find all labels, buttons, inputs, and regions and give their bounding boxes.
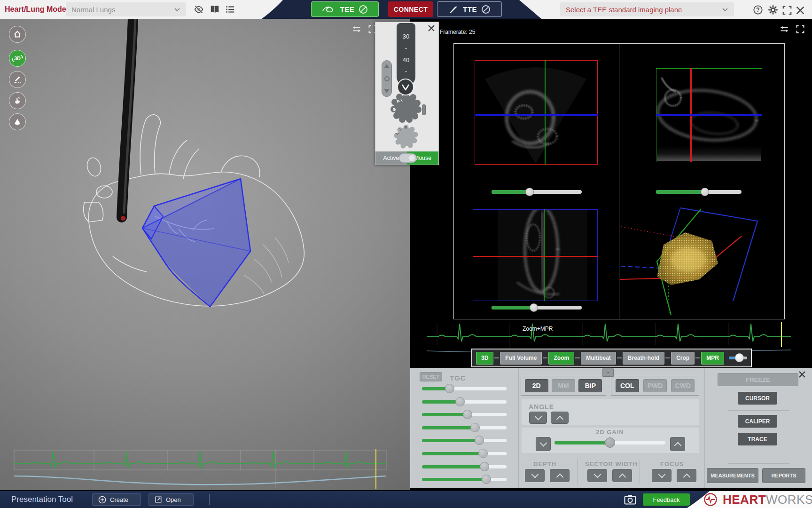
hand-tool-button[interactable] bbox=[9, 92, 26, 109]
imaging-plane-dropdown[interactable]: Select a TEE standard imaging plane bbox=[560, 2, 734, 16]
connect-button[interactable]: CONNECT bbox=[388, 1, 433, 17]
tgc-slider-4[interactable] bbox=[422, 426, 507, 429]
tgc-slider-2[interactable] bbox=[422, 400, 507, 404]
focus-decrease-button[interactable] bbox=[652, 469, 671, 482]
sector-decrease-button[interactable] bbox=[587, 469, 607, 482]
panel-seam bbox=[704, 368, 705, 489]
tgc-reset-button[interactable]: RESET bbox=[420, 372, 442, 381]
sector-increase-button[interactable] bbox=[612, 469, 632, 482]
focus-increase-button[interactable] bbox=[677, 469, 696, 482]
heartworks-logo-text: HEARTWORKS bbox=[723, 491, 812, 508]
close-app-icon[interactable] bbox=[795, 5, 805, 16]
acquisition-mode-full-volume[interactable]: Full Volume bbox=[500, 352, 542, 365]
tgc-slider-3[interactable] bbox=[422, 413, 507, 416]
imaging-plane-placeholder: Select a TEE standard imaging plane bbox=[566, 6, 682, 14]
crosshair-green-vertical[interactable] bbox=[545, 60, 546, 165]
imaging-mode-mm[interactable]: MM bbox=[552, 379, 575, 392]
section-divider bbox=[640, 460, 640, 484]
mpr-quad-blue-plane[interactable] bbox=[473, 209, 598, 301]
tgc-slider-7[interactable] bbox=[422, 465, 507, 468]
lung-model-dropdown[interactable]: Normal Lungs bbox=[66, 2, 186, 16]
mpr-slider-top-right[interactable] bbox=[656, 190, 742, 194]
gain-increase-button[interactable] bbox=[670, 437, 685, 451]
imaging-mode-2d[interactable]: 2D bbox=[525, 379, 548, 392]
swap-view-icon[interactable] bbox=[351, 24, 362, 34]
reports-button[interactable]: REPORTS bbox=[762, 468, 805, 483]
close-control-panel-icon[interactable] bbox=[798, 370, 806, 379]
mode-connector-dash bbox=[695, 357, 700, 358]
logo-heart: HEART bbox=[723, 492, 766, 507]
depth-tick-2: - bbox=[397, 68, 415, 74]
swap-view-icon[interactable] bbox=[779, 24, 789, 34]
crosshair-green-vertical-2[interactable] bbox=[544, 209, 545, 301]
home-icon bbox=[13, 30, 22, 39]
caliper-button[interactable]: CALIPER bbox=[738, 415, 777, 428]
acquisition-mode-breath-hold[interactable]: Breath-hold bbox=[623, 352, 664, 365]
cursor-button[interactable]: CURSOR bbox=[738, 392, 777, 405]
home-button[interactable] bbox=[9, 26, 26, 43]
mode-connector-dash bbox=[665, 357, 670, 358]
acquisition-mode-3d[interactable]: 3D bbox=[476, 352, 493, 365]
trace-button[interactable]: TRACE bbox=[738, 433, 777, 445]
panel-minimize-tab[interactable]: - bbox=[602, 368, 614, 377]
rotate-3d-button[interactable]: 3D bbox=[9, 50, 26, 67]
fullscreen-view-icon[interactable] bbox=[795, 24, 805, 34]
chevron-down-icon bbox=[174, 8, 180, 12]
doppler-mode-col[interactable]: COL bbox=[616, 379, 639, 392]
bottom-bar: Presentation Tool Create Open Feedback bbox=[0, 491, 812, 508]
angle-decrease-button[interactable] bbox=[529, 412, 547, 424]
depth-decrease-button[interactable] bbox=[525, 469, 545, 482]
imaging-mode-bip[interactable]: BiP bbox=[578, 379, 602, 392]
knob-side-handle[interactable] bbox=[422, 104, 426, 115]
tte-mode-button[interactable]: TTE bbox=[437, 1, 502, 17]
acquisition-mode-zoom[interactable]: Zoom bbox=[548, 352, 574, 365]
crosshair-blue-horizontal-2[interactable] bbox=[656, 114, 762, 116]
toggle-pill[interactable] bbox=[399, 153, 417, 163]
create-button[interactable]: Create bbox=[92, 493, 141, 506]
model-label: Heart/Lung Model bbox=[5, 0, 68, 19]
rotate-knob-small[interactable]: L I R bbox=[393, 125, 419, 149]
viewport-corner-tools bbox=[351, 24, 378, 34]
measurements-button[interactable]: MEASUREMENTS bbox=[707, 468, 758, 483]
freeze-button[interactable]: FREEZE bbox=[718, 373, 798, 386]
doppler-mode-pwd[interactable]: PWD bbox=[643, 379, 667, 392]
acquisition-mode-mpr[interactable]: MPR bbox=[701, 352, 724, 365]
settings-gear-icon[interactable] bbox=[768, 5, 778, 15]
gain-decrease-button[interactable] bbox=[536, 437, 551, 451]
list-icon[interactable] bbox=[225, 4, 235, 15]
mpr-slider-bottom-left[interactable] bbox=[492, 306, 582, 310]
acquisition-mode-crop[interactable]: Crop bbox=[671, 352, 695, 365]
tee-probe-icon bbox=[322, 5, 336, 14]
screenshot-camera-icon[interactable] bbox=[624, 494, 636, 505]
tgc-slider-1[interactable] bbox=[422, 387, 507, 390]
acquisition-mode-multibeat[interactable]: Multibeat bbox=[581, 352, 616, 365]
close-probe-panel-icon[interactable] bbox=[427, 24, 436, 32]
flex-knob-large[interactable]: A R bbox=[390, 92, 422, 124]
heart-3d-viewport[interactable] bbox=[0, 19, 410, 490]
crosshair-red-horizontal[interactable] bbox=[473, 256, 598, 257]
acquisition-speed-slider[interactable] bbox=[729, 357, 747, 359]
tgc-slider-6[interactable] bbox=[422, 452, 507, 455]
panel-seam bbox=[518, 368, 519, 489]
active-mouse-toggle[interactable]: Active Mouse bbox=[375, 151, 438, 165]
sector-volume-button[interactable] bbox=[9, 113, 26, 130]
probe-depth-shaft[interactable]: 30 - 40 - bbox=[397, 23, 415, 86]
mpr-quad-red-plane[interactable] bbox=[475, 60, 598, 165]
gain-slider[interactable] bbox=[554, 441, 665, 444]
tgc-slider-8[interactable] bbox=[422, 478, 507, 481]
probe-tip-control[interactable] bbox=[397, 79, 414, 95]
angle-increase-button[interactable] bbox=[551, 412, 569, 424]
mpr-slider-top-left[interactable] bbox=[492, 190, 582, 194]
sweep-mode-label: Zoom+MPR bbox=[523, 325, 553, 332]
tgc-slider-5[interactable] bbox=[422, 439, 507, 442]
fullscreen-icon[interactable] bbox=[782, 5, 792, 16]
tee-mode-button[interactable]: TEE bbox=[311, 1, 379, 17]
open-button[interactable]: Open bbox=[148, 493, 194, 506]
book-icon[interactable] bbox=[210, 4, 220, 15]
draw-tool-button[interactable] bbox=[9, 71, 26, 88]
doppler-mode-cwd[interactable]: CWD bbox=[671, 379, 695, 392]
crosshair-blue-horizontal[interactable] bbox=[475, 114, 598, 116]
hide-eye-icon[interactable] bbox=[194, 4, 204, 15]
help-icon[interactable]: ? bbox=[753, 5, 763, 15]
depth-increase-button[interactable] bbox=[550, 469, 570, 482]
